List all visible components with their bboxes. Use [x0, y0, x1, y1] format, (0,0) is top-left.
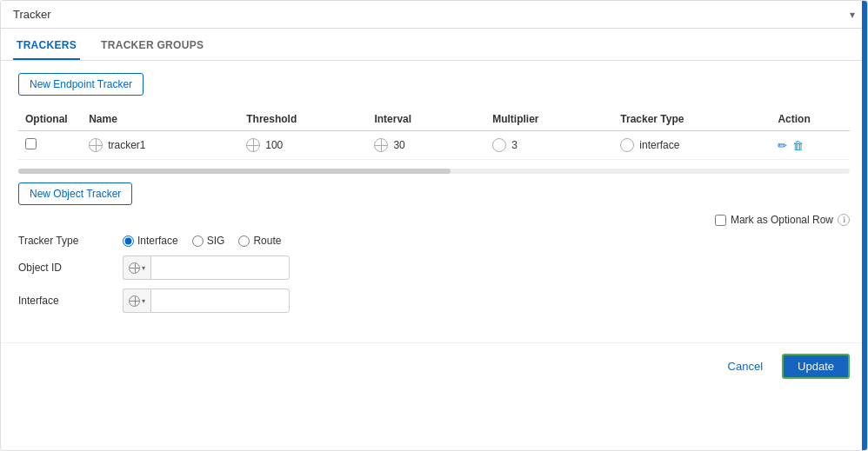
form-row-interface: Interface ▾: [18, 289, 850, 313]
edit-icon[interactable]: ✏: [778, 139, 787, 152]
interface-dropdown-arrow: ▾: [142, 297, 145, 305]
dropdown-label: Tracker: [13, 8, 51, 21]
object-id-dropdown-arrow: ▾: [142, 264, 145, 272]
optional-row-bar: Mark as Optional Row ℹ: [18, 214, 850, 226]
row-interval: 30: [393, 139, 404, 151]
form-row-tracker-type: Tracker Type Interface SIG Route: [18, 235, 850, 247]
interface-label: Interface: [18, 295, 123, 307]
col-header-optional: Optional: [18, 108, 82, 131]
mark-optional-label[interactable]: Mark as Optional Row: [715, 214, 833, 226]
object-tracker-section: New Object Tracker Mark as Optional Row …: [18, 182, 850, 313]
radio-sig-input[interactable]: [192, 235, 204, 247]
radio-sig-label: SIG: [207, 235, 225, 247]
scroll-bar-thumb: [18, 169, 451, 174]
object-id-label: Object ID: [18, 262, 123, 274]
object-id-input-group: ▾: [123, 255, 290, 280]
row-name: tracker1: [108, 139, 145, 151]
col-header-name: Name: [82, 108, 239, 131]
new-object-tracker-button[interactable]: New Object Tracker: [18, 182, 132, 205]
radio-route[interactable]: Route: [238, 235, 281, 247]
radio-route-label: Route: [253, 235, 281, 247]
scroll-bar[interactable]: [18, 169, 850, 174]
tab-tracker-groups[interactable]: TRACKER GROUPS: [97, 32, 207, 60]
interface-input[interactable]: [150, 289, 290, 313]
mark-optional-checkbox[interactable]: [715, 215, 726, 226]
object-id-globe-button[interactable]: ▾: [123, 255, 150, 280]
interface-globe-button[interactable]: ▾: [123, 289, 150, 313]
content-area: New Endpoint Tracker Optional Name Thres…: [1, 61, 867, 334]
col-header-action: Action: [771, 108, 850, 131]
radio-interface[interactable]: Interface: [123, 235, 178, 247]
radio-interface-label: Interface: [137, 235, 178, 247]
multiplier-circle-icon: [492, 138, 506, 152]
interface-input-group: ▾: [123, 289, 290, 313]
tracker-type-radio-group: Interface SIG Route: [123, 235, 281, 247]
form-section: Tracker Type Interface SIG Route: [18, 235, 850, 313]
footer: Cancel Update: [1, 342, 867, 389]
tabs-container: TRACKERS TRACKER GROUPS: [1, 32, 867, 61]
tab-trackers[interactable]: TRACKERS: [13, 32, 80, 60]
cancel-button[interactable]: Cancel: [719, 355, 771, 377]
col-header-interval: Interval: [367, 108, 485, 131]
trackers-table: Optional Name Threshold Interval Multipl…: [18, 108, 850, 160]
col-header-tracker-type: Tracker Type: [613, 108, 771, 131]
col-header-threshold: Threshold: [239, 108, 367, 131]
delete-icon[interactable]: 🗑: [792, 139, 804, 152]
radio-interface-input[interactable]: [123, 235, 134, 247]
interval-globe-icon: [374, 138, 388, 152]
radio-sig[interactable]: SIG: [192, 235, 225, 247]
object-id-globe-icon: [129, 262, 140, 274]
form-row-object-id: Object ID ▾: [18, 255, 850, 280]
col-header-multiplier: Multiplier: [485, 108, 613, 131]
threshold-globe-icon: [246, 138, 260, 152]
top-dropdown[interactable]: Tracker ▾: [1, 1, 867, 29]
row-threshold: 100: [265, 139, 283, 151]
table-row: tracker1 100 30: [18, 131, 850, 160]
dropdown-arrow-icon: ▾: [850, 9, 855, 21]
mark-optional-text: Mark as Optional Row: [731, 214, 833, 226]
radio-route-input[interactable]: [238, 235, 250, 247]
mark-optional-info-icon[interactable]: ℹ: [838, 214, 850, 226]
row-multiplier: 3: [511, 139, 517, 151]
row-tracker-type: interface: [639, 139, 679, 151]
right-accent-bar: [862, 1, 867, 450]
name-globe-icon: [89, 138, 103, 152]
object-id-input[interactable]: [150, 255, 290, 280]
new-endpoint-tracker-button[interactable]: New Endpoint Tracker: [18, 73, 144, 96]
row-optional-checkbox[interactable]: [25, 138, 37, 149]
tracker-type-circle-icon: [620, 138, 634, 152]
interface-globe-icon: [129, 295, 140, 307]
tracker-type-label: Tracker Type: [18, 235, 123, 247]
update-button[interactable]: Update: [782, 354, 850, 379]
